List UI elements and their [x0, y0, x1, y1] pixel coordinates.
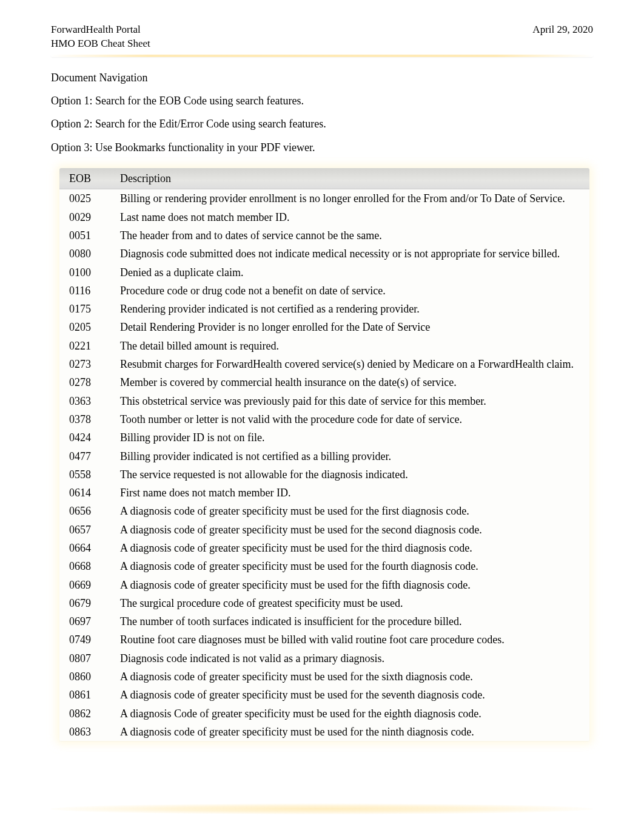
table-row: 0863A diagnosis code of greater specific… — [59, 723, 589, 741]
eob-table-wrap: EOB Description 0025Billing or rendering… — [59, 168, 589, 741]
eob-description: A diagnosis code of greater specificity … — [114, 668, 589, 686]
eob-code: 0205 — [59, 318, 114, 336]
eob-code: 0807 — [59, 649, 114, 668]
eob-code: 0862 — [59, 705, 114, 723]
table-row: 0749Routine foot care diagnoses must be … — [59, 630, 589, 649]
doc-subtitle: HMO EOB Cheat Sheet — [51, 37, 150, 51]
eob-description: Member is covered by commercial health i… — [114, 373, 589, 391]
eob-description: A diagnosis code of greater specificity … — [114, 686, 589, 704]
eob-code: 0363 — [59, 392, 114, 410]
eob-code: 0051 — [59, 226, 114, 245]
header-divider — [51, 55, 593, 57]
eob-description: Detail Rendering Provider is no longer e… — [114, 318, 589, 336]
nav-title: Document Navigation — [51, 70, 593, 85]
eob-code: 0424 — [59, 428, 114, 447]
table-row: 0100Denied as a duplicate claim. — [59, 263, 589, 282]
eob-description: First name does not match member ID. — [114, 484, 589, 502]
header-date: April 29, 2020 — [532, 23, 593, 37]
table-header-row: EOB Description — [59, 168, 589, 189]
eob-description: A diagnosis code of greater specificity … — [114, 576, 589, 594]
eob-description: A diagnosis code of greater specificity … — [114, 539, 589, 557]
eob-description: A diagnosis code of greater specificity … — [114, 502, 589, 520]
eob-code: 0668 — [59, 557, 114, 575]
table-row: 0278Member is covered by commercial heal… — [59, 373, 589, 391]
eob-code: 0029 — [59, 208, 114, 226]
nav-option-2: Option 2: Search for the Edit/Error Code… — [51, 117, 593, 131]
eob-description: The detail billed amount is required. — [114, 337, 589, 355]
table-row: 0175Rendering provider indicated is not … — [59, 300, 589, 318]
table-row: 0080Diagnosis code submitted does not in… — [59, 245, 589, 263]
table-row: 0477Billing provider indicated is not ce… — [59, 447, 589, 465]
document-page: ForwardHealth Portal HMO EOB Cheat Sheet… — [0, 0, 644, 777]
header-left: ForwardHealth Portal HMO EOB Cheat Sheet — [51, 23, 150, 51]
eob-description: Billing or rendering provider enrollment… — [114, 189, 589, 208]
table-row: 0668A diagnosis code of greater specific… — [59, 557, 589, 575]
eob-description: The number of tooth surfaces indicated i… — [114, 612, 589, 630]
table-row: 0558The service requested is not allowab… — [59, 465, 589, 484]
eob-code: 0558 — [59, 465, 114, 484]
table-row: 0862A diagnosis Code of greater specific… — [59, 705, 589, 723]
table-row: 0273Resubmit charges for ForwardHealth c… — [59, 355, 589, 373]
table-row: 0029Last name does not match member ID. — [59, 208, 589, 226]
eob-code: 0860 — [59, 668, 114, 686]
eob-code: 0863 — [59, 723, 114, 741]
col-header-description: Description — [114, 168, 589, 189]
table-row: 0669A diagnosis code of greater specific… — [59, 576, 589, 594]
table-row: 0664A diagnosis code of greater specific… — [59, 539, 589, 557]
eob-description: Billing provider indicated is not certif… — [114, 447, 589, 465]
eob-description: Billing provider ID is not on file. — [114, 428, 589, 447]
eob-description: A diagnosis code of greater specificity … — [114, 557, 589, 575]
eob-code: 0614 — [59, 484, 114, 502]
eob-description: Tooth number or letter is not valid with… — [114, 410, 589, 428]
table-row: 0025Billing or rendering provider enroll… — [59, 189, 589, 208]
table-row: 0697The number of tooth surfaces indicat… — [59, 612, 589, 630]
table-row: 0657A diagnosis code of greater specific… — [59, 521, 589, 539]
eob-code: 0477 — [59, 447, 114, 465]
eob-description: A diagnosis Code of greater specificity … — [114, 705, 589, 723]
table-row: 0205Detail Rendering Provider is no long… — [59, 318, 589, 336]
eob-description: Routine foot care diagnoses must be bill… — [114, 630, 589, 649]
table-row: 0807Diagnosis code indicated is not vali… — [59, 649, 589, 668]
eob-description: Diagnosis code indicated is not valid as… — [114, 649, 589, 668]
eob-code: 0669 — [59, 576, 114, 594]
table-row: 0424Billing provider ID is not on file. — [59, 428, 589, 447]
table-row: 0614First name does not match member ID. — [59, 484, 589, 502]
eob-description: The service requested is not allowable f… — [114, 465, 589, 484]
footer-glow — [51, 803, 593, 814]
eob-code: 0025 — [59, 189, 114, 208]
eob-description: A diagnosis code of greater specificity … — [114, 521, 589, 539]
eob-description: A diagnosis code of greater specificity … — [114, 723, 589, 741]
eob-code: 0378 — [59, 410, 114, 428]
table-row: 0861A diagnosis code of greater specific… — [59, 686, 589, 704]
table-body: 0025Billing or rendering provider enroll… — [59, 189, 589, 741]
eob-code: 0175 — [59, 300, 114, 318]
table-row: 0051The header from and to dates of serv… — [59, 226, 589, 245]
portal-title: ForwardHealth Portal — [51, 23, 150, 37]
eob-description: Denied as a duplicate claim. — [114, 263, 589, 282]
eob-code: 0861 — [59, 686, 114, 704]
table-row: 0656A diagnosis code of greater specific… — [59, 502, 589, 520]
eob-code: 0221 — [59, 337, 114, 355]
eob-code: 0273 — [59, 355, 114, 373]
eob-description: Diagnosis code submitted does not indica… — [114, 245, 589, 263]
table-row: 0116Procedure code or drug code not a be… — [59, 282, 589, 300]
table-row: 0679The surgical procedure code of great… — [59, 594, 589, 612]
eob-description: This obstetrical service was previously … — [114, 392, 589, 410]
page-header: ForwardHealth Portal HMO EOB Cheat Sheet… — [51, 23, 593, 51]
eob-code: 0656 — [59, 502, 114, 520]
nav-option-1: Option 1: Search for the EOB Code using … — [51, 93, 593, 108]
eob-code: 0697 — [59, 612, 114, 630]
eob-code: 0278 — [59, 373, 114, 391]
eob-description: Procedure code or drug code not a benefi… — [114, 282, 589, 300]
eob-code: 0679 — [59, 594, 114, 612]
col-header-eob: EOB — [59, 168, 114, 189]
eob-code: 0080 — [59, 245, 114, 263]
eob-code: 0116 — [59, 282, 114, 300]
nav-option-3: Option 3: Use Bookmarks functionality in… — [51, 140, 593, 155]
eob-description: The surgical procedure code of greatest … — [114, 594, 589, 612]
eob-code: 0749 — [59, 630, 114, 649]
eob-code: 0657 — [59, 521, 114, 539]
eob-description: Rendering provider indicated is not cert… — [114, 300, 589, 318]
table-row: 0378Tooth number or letter is not valid … — [59, 410, 589, 428]
eob-description: Last name does not match member ID. — [114, 208, 589, 226]
